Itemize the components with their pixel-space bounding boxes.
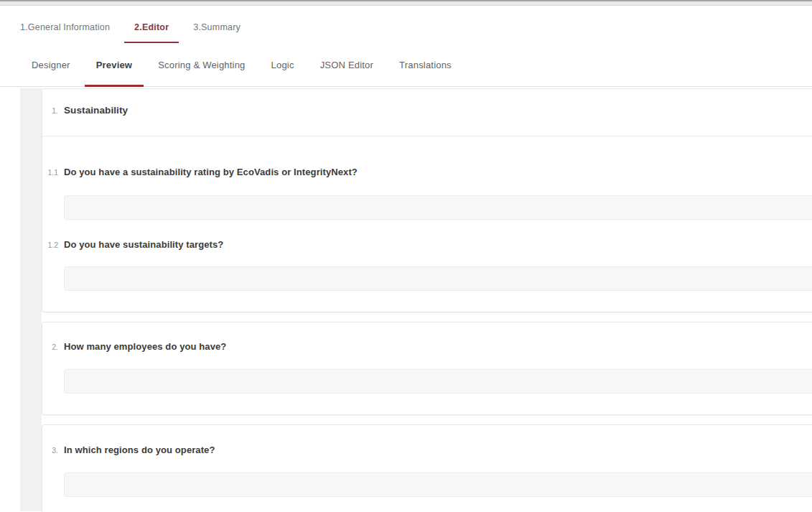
question-row: 1.2 Do you have sustainability targets?	[42, 239, 812, 250]
tab-translations[interactable]: Translations	[388, 43, 463, 86]
group-title: Sustainability	[64, 105, 128, 116]
answer-input-employees[interactable]	[64, 369, 812, 394]
editor-tab-bar: Designer Preview Scoring & Weighting Log…	[0, 43, 812, 87]
answer-input-rating[interactable]	[64, 195, 812, 220]
question-number: 1.2	[42, 241, 58, 249]
tab-logic[interactable]: Logic	[260, 43, 306, 86]
top-residual-bar	[0, 0, 812, 6]
question-number: 2.	[42, 343, 58, 351]
tab-designer[interactable]: Designer	[20, 43, 82, 86]
stepper-item-general-information[interactable]: 1.General Information	[10, 22, 120, 43]
question-row: 2. How many employees do you have?	[42, 322, 812, 352]
question-number: 3.	[42, 446, 58, 455]
question-card-employees: 2. How many employees do you have?	[42, 322, 812, 415]
question-label: In which regions do you operate?	[64, 444, 215, 455]
preview-content: 1. Sustainability 1.1 Do you have a sust…	[0, 87, 812, 511]
question-row: 3. In which regions do you operate?	[42, 425, 812, 455]
stepper-item-summary[interactable]: 3.Summary	[183, 22, 251, 43]
group-header: 1. Sustainability	[42, 89, 812, 136]
tab-json-editor[interactable]: JSON Editor	[309, 43, 385, 86]
question-label: How many employees do you have?	[64, 341, 226, 352]
stepper-item-editor[interactable]: 2.Editor	[124, 22, 179, 43]
question-card-regions: 3. In which regions do you operate?	[42, 424, 812, 512]
answer-input-targets[interactable]	[64, 266, 812, 291]
group-divider	[42, 136, 812, 136]
question-label: Do you have a sustainability rating by E…	[64, 167, 358, 177]
question-number: 1.1	[42, 168, 58, 177]
tab-scoring-weighting[interactable]: Scoring & Weighting	[146, 43, 256, 86]
question-label: Do you have sustainability targets?	[64, 239, 223, 250]
question-group-card-sustainability: 1. Sustainability 1.1 Do you have a sust…	[42, 88, 812, 312]
tab-preview[interactable]: Preview	[85, 43, 144, 86]
group-number: 1.	[42, 106, 58, 115]
wizard-stepper: 1.General Information 2.Editor 3.Summary	[0, 6, 812, 43]
left-gutter-strip	[20, 88, 42, 511]
answer-input-regions[interactable]	[64, 473, 812, 497]
question-row: 1.1 Do you have a sustainability rating …	[42, 167, 812, 177]
question-cards-column: 1. Sustainability 1.1 Do you have a sust…	[42, 88, 812, 512]
